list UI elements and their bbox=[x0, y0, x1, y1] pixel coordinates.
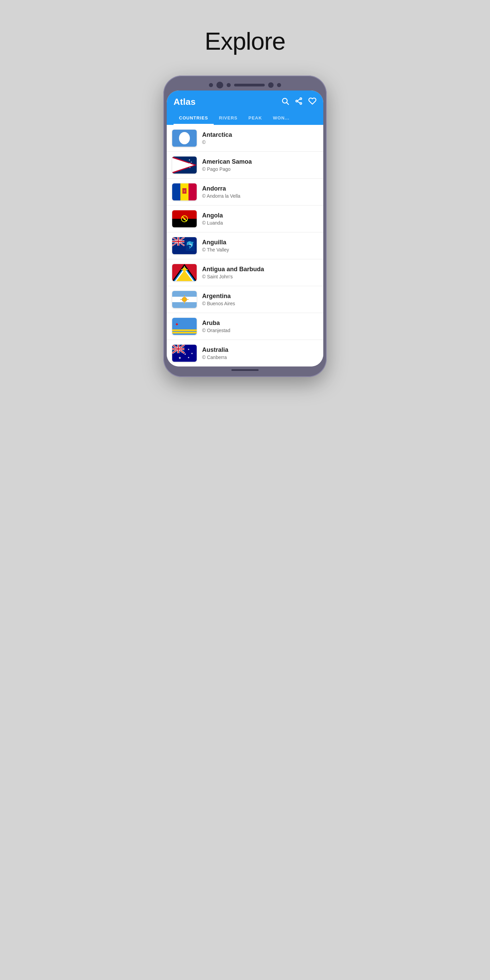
svg-line-5 bbox=[298, 102, 300, 103]
flag-angola: ★ bbox=[172, 210, 197, 227]
list-item[interactable]: ★ ★ ★ ★ ★ Australia © Canberra bbox=[167, 340, 323, 366]
svg-text:⚜: ⚜ bbox=[183, 189, 186, 193]
country-capital: © Buenos Aires bbox=[202, 301, 235, 306]
camera-dot-small bbox=[227, 83, 231, 87]
tab-rivers[interactable]: RIVERS bbox=[214, 112, 243, 125]
country-info: Antigua and Barbuda © Saint John's bbox=[202, 266, 264, 279]
flag-aruba: ✦ bbox=[172, 318, 197, 335]
tab-peak[interactable]: PEAK bbox=[243, 112, 267, 125]
svg-rect-19 bbox=[189, 183, 197, 200]
country-capital: © Canberra bbox=[202, 355, 228, 360]
sensor-dot bbox=[277, 83, 281, 87]
svg-text:★: ★ bbox=[178, 356, 181, 360]
page-title: Explore bbox=[205, 27, 285, 55]
svg-rect-59 bbox=[172, 329, 197, 331]
flag-antigua bbox=[172, 264, 197, 281]
flag-anguilla: 🐬 bbox=[172, 237, 197, 254]
country-capital: © Luanda bbox=[202, 220, 223, 226]
list-item[interactable]: ★ ★ ★ ★ ★ American Samoa © Pago Pago bbox=[167, 152, 323, 179]
svg-text:★: ★ bbox=[188, 348, 189, 350]
camera-dot-left bbox=[209, 83, 213, 87]
page-container: Explore Atlas bbox=[153, 14, 337, 377]
country-info: Australia © Canberra bbox=[202, 347, 228, 360]
country-name: Antarctica bbox=[202, 131, 232, 138]
list-item[interactable]: Antigua and Barbuda © Saint John's bbox=[167, 259, 323, 286]
favorites-icon[interactable] bbox=[308, 97, 317, 107]
country-name: American Samoa bbox=[202, 158, 252, 165]
svg-point-53 bbox=[183, 298, 186, 301]
flag-antarctica bbox=[172, 130, 197, 147]
country-name: Aruba bbox=[202, 320, 231, 327]
phone-top-bar bbox=[167, 82, 323, 89]
list-item[interactable]: Argentina © Buenos Aires bbox=[167, 286, 323, 313]
flag-australia: ★ ★ ★ ★ ★ bbox=[172, 345, 197, 362]
flag-andorra: ⚜ bbox=[172, 183, 197, 200]
country-info: Aruba © Oranjestad bbox=[202, 320, 231, 333]
country-name: Argentina bbox=[202, 293, 235, 300]
svg-line-6 bbox=[298, 99, 300, 100]
share-icon[interactable] bbox=[295, 97, 303, 107]
svg-rect-60 bbox=[172, 332, 197, 334]
app-header-top: Atlas bbox=[173, 97, 317, 107]
search-icon[interactable] bbox=[281, 97, 289, 107]
country-capital: © Oranjestad bbox=[202, 328, 231, 333]
tabs-bar: COUNTRIES RIVERS PEAK WON... bbox=[173, 112, 317, 125]
flag-american-samoa: ★ ★ ★ ★ ★ bbox=[172, 156, 197, 173]
svg-rect-36 bbox=[172, 241, 185, 242]
country-name: Australia bbox=[202, 347, 228, 353]
country-capital: © Saint John's bbox=[202, 274, 264, 279]
camera-dot-main bbox=[216, 82, 223, 89]
country-capital: © The Valley bbox=[202, 247, 229, 253]
front-camera bbox=[268, 82, 274, 88]
list-item[interactable]: ⚜ Andorra © Andorra la Vella bbox=[167, 179, 323, 205]
speaker-bar bbox=[234, 84, 265, 86]
country-capital: © Andorra la Vella bbox=[202, 193, 240, 199]
phone-shell: Atlas bbox=[163, 76, 327, 377]
svg-point-44 bbox=[182, 267, 186, 272]
list-item[interactable]: Antarctica © bbox=[167, 125, 323, 152]
country-info: Angola © Luanda bbox=[202, 212, 223, 226]
phone-screen: Atlas bbox=[167, 91, 323, 366]
tab-wonders[interactable]: WON... bbox=[267, 112, 295, 125]
country-info: Antarctica © bbox=[202, 131, 232, 145]
svg-text:🐬: 🐬 bbox=[186, 241, 194, 249]
svg-rect-17 bbox=[172, 183, 180, 200]
svg-text:★: ★ bbox=[189, 159, 190, 161]
svg-text:★: ★ bbox=[188, 356, 189, 359]
country-capital: © Pago Pago bbox=[202, 166, 252, 172]
list-item[interactable]: 🐬 Anguilla © The Valley bbox=[167, 232, 323, 259]
tab-countries[interactable]: COUNTRIES bbox=[173, 112, 214, 125]
svg-text:★: ★ bbox=[184, 353, 186, 355]
country-info: Argentina © Buenos Aires bbox=[202, 293, 235, 306]
country-info: Andorra © Andorra la Vella bbox=[202, 185, 240, 199]
app-header: Atlas bbox=[167, 91, 323, 125]
country-name: Antigua and Barbuda bbox=[202, 266, 264, 273]
header-icons bbox=[281, 97, 317, 107]
home-indicator bbox=[231, 369, 259, 371]
svg-text:★: ★ bbox=[191, 352, 193, 355]
app-title: Atlas bbox=[173, 97, 196, 107]
svg-line-1 bbox=[287, 102, 289, 105]
flag-argentina bbox=[172, 291, 197, 308]
country-name: Angola bbox=[202, 212, 223, 219]
country-info: American Samoa © Pago Pago bbox=[202, 158, 252, 172]
country-list: Antarctica © ★ ★ ★ bbox=[167, 125, 323, 366]
svg-rect-71 bbox=[172, 348, 185, 350]
phone-bottom-bar bbox=[167, 369, 323, 371]
country-name: Andorra bbox=[202, 185, 240, 192]
svg-text:★: ★ bbox=[183, 218, 186, 221]
list-item[interactable]: ✦ Aruba © Oranjestad bbox=[167, 313, 323, 340]
country-capital: © bbox=[202, 140, 232, 145]
svg-text:✦: ✦ bbox=[175, 321, 179, 327]
country-info: Anguilla © The Valley bbox=[202, 239, 229, 253]
list-item[interactable]: ★ Angola © Luanda bbox=[167, 205, 323, 232]
country-name: Anguilla bbox=[202, 239, 229, 246]
